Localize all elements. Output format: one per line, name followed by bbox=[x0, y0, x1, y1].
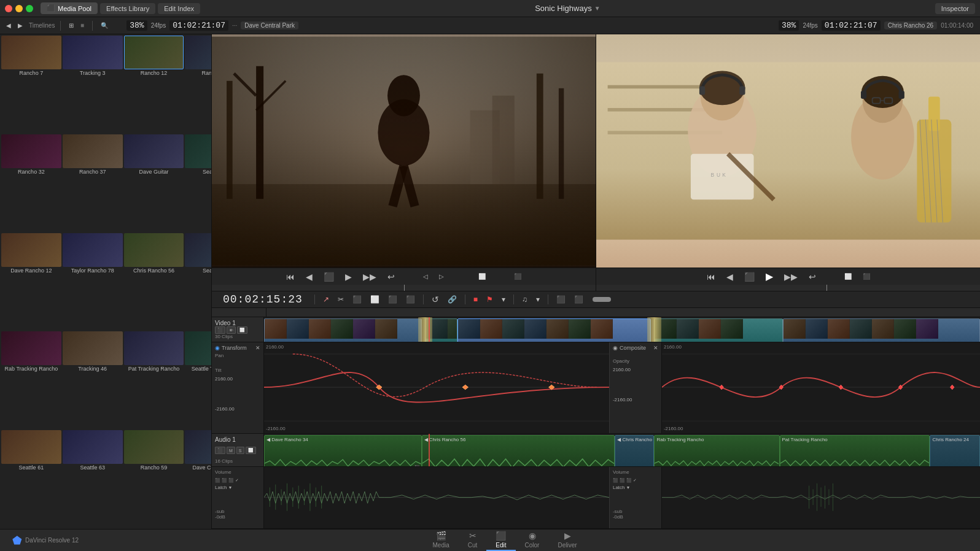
media-clip-7[interactable]: Seattle 17 bbox=[185, 134, 211, 232]
latch-dropdown-left[interactable]: ▼ bbox=[228, 485, 233, 490]
tab-inspector[interactable]: Inspector bbox=[935, 3, 975, 14]
media-clip-19[interactable]: Dave Central Park bbox=[185, 430, 211, 528]
link-btn[interactable]: 🔗 bbox=[445, 294, 459, 305]
minimize-button[interactable] bbox=[15, 5, 23, 12]
out-point-button-left[interactable]: ▷ bbox=[436, 272, 447, 281]
media-clip-17[interactable]: Seattle 63 bbox=[63, 430, 123, 528]
source-scrubber[interactable] bbox=[212, 285, 596, 291]
vol-btn-4-right[interactable]: ✓ bbox=[633, 478, 637, 483]
clip-rab-tracking-rancho[interactable]: Rab Tracking Rancho bbox=[654, 318, 783, 342]
vol-btn-2-left[interactable]: ⬛ bbox=[222, 478, 227, 483]
vol-btn-3-left[interactable]: ⬛ bbox=[228, 478, 234, 483]
step-forward-button-left[interactable]: ▶▶ bbox=[360, 271, 379, 283]
media-clip-5[interactable]: Rancho 37 bbox=[63, 134, 123, 232]
position-lock[interactable]: ⬛ bbox=[403, 294, 418, 305]
timeline-zoom-slider[interactable] bbox=[593, 297, 611, 302]
v1-kf-content-right[interactable]: 2160.00 -2160.00 bbox=[662, 342, 980, 433]
media-clip-12[interactable]: Rab Tracking Rancho bbox=[1, 331, 61, 429]
media-clip-1[interactable]: Tracking 3 bbox=[63, 36, 123, 133]
clip-viewer-toggle-left[interactable]: ⬛ bbox=[511, 272, 524, 281]
bottom-nav-media[interactable]: 🎬 Media bbox=[424, 530, 459, 551]
v1-kf-content-left[interactable]: 2160.00 -2160.00 bbox=[264, 342, 610, 433]
a1-vol-content-right[interactable] bbox=[662, 467, 980, 528]
markers-btn[interactable]: ▾ bbox=[499, 294, 508, 305]
media-clip-9[interactable]: Taylor Rancho 78 bbox=[63, 233, 123, 331]
bottom-nav-deliver[interactable]: ▶ Deliver bbox=[548, 530, 586, 551]
select-tool[interactable]: ⬜ bbox=[368, 294, 382, 305]
zoom-button-right[interactable]: ⬛ bbox=[860, 272, 873, 281]
audio-clip-rab-tracking[interactable]: Rab Tracking Rancho bbox=[654, 435, 779, 466]
vol-btn-4-left[interactable]: ✓ bbox=[235, 478, 239, 483]
v1-track-content[interactable]: Dave Rancho 34 Cross Dissolve Ch's Ranch… bbox=[264, 317, 980, 342]
bottom-nav-edit[interactable]: ⬛ Edit bbox=[486, 530, 515, 551]
loop-button-left[interactable]: ↩ bbox=[384, 271, 398, 283]
bottom-nav-cut[interactable]: ✂ Cut bbox=[459, 530, 487, 551]
composite-close[interactable]: ✕ bbox=[653, 345, 658, 351]
media-clip-6[interactable]: Dave Guitar bbox=[124, 134, 184, 232]
a1-mute-btn[interactable]: M bbox=[227, 447, 235, 454]
list-view-button[interactable]: ≡ bbox=[78, 21, 87, 30]
clip-chris-rancho-89[interactable]: Chris Rancho 89 bbox=[457, 318, 651, 342]
tab-edit-index[interactable]: Edit Index bbox=[158, 3, 200, 14]
audio-clip-dave-rancho-34[interactable]: ◀ Dave Rancho 34 ≡ ⬛ bbox=[264, 435, 422, 466]
media-clip-4[interactable]: Rancho 32 bbox=[1, 134, 61, 232]
step-back-button-right[interactable]: ◀ bbox=[723, 271, 736, 283]
color-indicator[interactable]: ■ bbox=[471, 294, 480, 305]
transition-cross-dissolve-1[interactable]: Cross Dissolve bbox=[418, 317, 432, 342]
audio-clip-chris-rancho-24[interactable]: Chris Rancho 24 bbox=[930, 435, 980, 466]
a1-lock-btn[interactable]: ⬛ bbox=[215, 447, 225, 454]
fullscreen-button-right[interactable]: ⬜ bbox=[841, 272, 855, 281]
clip-pat-tracking-rancho-v1[interactable]: Pat Tracking Rancho bbox=[783, 318, 980, 342]
audio-clip-chris-rancho-56[interactable]: ◀ Chris Rancho 56 bbox=[422, 435, 615, 466]
bottom-nav-color[interactable]: ◉ Color bbox=[516, 530, 549, 551]
vol-btn-1-left[interactable]: ⬛ bbox=[215, 478, 220, 483]
zoom-btn[interactable]: ⬛ bbox=[572, 294, 586, 305]
program-scrubber[interactable] bbox=[596, 285, 980, 291]
search-button[interactable]: 🔍 bbox=[98, 21, 111, 30]
media-clip-13[interactable]: Tracking 46 bbox=[63, 331, 123, 429]
media-clip-8[interactable]: Dave Rancho 12 bbox=[1, 233, 61, 331]
play-button-right[interactable]: ▶ bbox=[763, 269, 776, 283]
play-button-left[interactable]: ▶ bbox=[342, 271, 355, 283]
snap-btn[interactable]: ⬛ bbox=[554, 294, 568, 305]
mark-button-left[interactable]: ⬜ bbox=[475, 272, 489, 281]
media-clip-11[interactable]: Seattle 61 bbox=[185, 233, 211, 331]
clip-dave-rancho-34[interactable]: Dave Rancho 34 bbox=[264, 318, 422, 342]
media-clip-15[interactable]: Seattle Tracking 03 bbox=[185, 331, 211, 429]
back-button[interactable]: ◀ bbox=[4, 21, 14, 30]
media-clip-18[interactable]: Rancho 59 bbox=[124, 430, 184, 528]
step-back-button-left[interactable]: ◀ bbox=[303, 271, 316, 283]
audio-clip-pat-tracking[interactable]: Pat Tracking Rancho bbox=[780, 435, 930, 466]
transition-cross-dissolve-2[interactable]: Cross Dissolve bbox=[647, 317, 661, 342]
audio-btn[interactable]: ♫ bbox=[519, 294, 530, 305]
vol-btn-1-right[interactable]: ⬛ bbox=[613, 478, 618, 483]
media-clip-14[interactable]: Pat Tracking Rancho bbox=[124, 331, 184, 429]
media-clip-0[interactable]: Rancho 7 bbox=[1, 36, 61, 133]
latch-dropdown-right[interactable]: ▼ bbox=[626, 485, 631, 490]
tab-effects-library[interactable]: Effects Library bbox=[100, 3, 155, 14]
close-button[interactable] bbox=[5, 5, 12, 12]
flag-btn[interactable]: ⚑ bbox=[484, 294, 496, 305]
audio-opts[interactable]: ▾ bbox=[534, 294, 542, 305]
a1-vol-content-left[interactable] bbox=[264, 467, 610, 528]
v1-link-button[interactable]: ⬜ bbox=[237, 326, 247, 334]
vol-btn-3-right[interactable]: ⬛ bbox=[626, 478, 632, 483]
media-clip-3[interactable]: Rancho 26 bbox=[185, 36, 211, 133]
v1-visibility-button[interactable]: 👁 bbox=[227, 326, 236, 334]
v1-lock-button[interactable]: ⬛ bbox=[215, 326, 225, 334]
vol-btn-2-right[interactable]: ⬛ bbox=[620, 478, 625, 483]
go-start-button-right[interactable]: ⏮ bbox=[704, 271, 718, 283]
scrubber-row[interactable] bbox=[212, 285, 980, 291]
media-clip-16[interactable]: Seattle 61 bbox=[1, 430, 61, 528]
forward-button[interactable]: ▶ bbox=[15, 21, 25, 30]
go-start-button-left[interactable]: ⏮ bbox=[283, 271, 298, 283]
stop-button-left[interactable]: ⬛ bbox=[321, 271, 337, 283]
undo-btn[interactable]: ↺ bbox=[429, 293, 441, 306]
grid-view-button[interactable]: ⊞ bbox=[66, 21, 76, 30]
step-forward-button-right[interactable]: ▶▶ bbox=[781, 271, 801, 283]
a1-track-content[interactable]: ◀ Dave Rancho 34 ≡ ⬛ ◀ Chris Rancho 56 bbox=[264, 434, 980, 466]
media-clip-10[interactable]: Chris Rancho 56 bbox=[124, 233, 184, 331]
loop-button-right[interactable]: ↩ bbox=[806, 271, 819, 283]
audio-clip-chris-rancho-89[interactable]: ◀ Chris Rancho 89 bbox=[615, 435, 654, 466]
left-viewer-options[interactable]: ··· bbox=[232, 22, 237, 29]
